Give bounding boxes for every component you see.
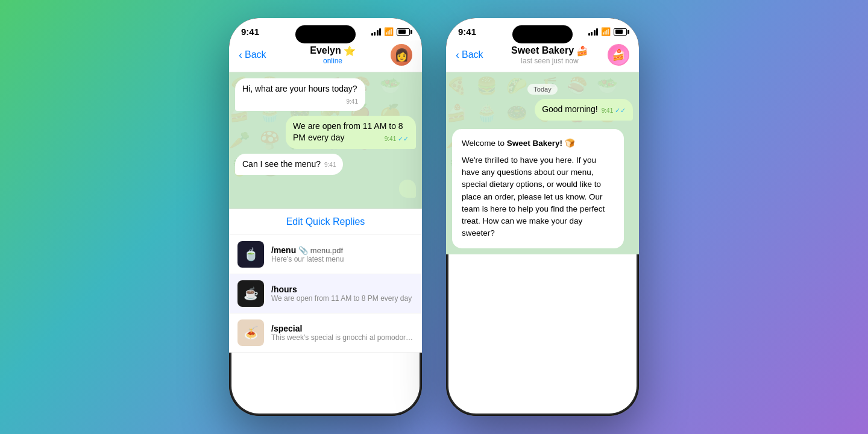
message-row: Hi, what are your hours today? 9:41 [235, 78, 416, 111]
bubble-sent-1: We are open from 11 AM to 8 PM every day… [286, 116, 416, 149]
qr-thumb-special: 🍝 [237, 319, 264, 346]
bubble-sent-2: Good morning! 9:41 ✓✓ [535, 99, 633, 121]
nav-subtitle-1: online [323, 57, 342, 65]
phone-1: 9:41 📶 ‹ Back [229, 18, 422, 416]
status-icons-1: 📶 [371, 27, 410, 36]
welcome-bubble: Welcome to Sweet Bakery! 🍞 We're thrille… [452, 129, 624, 248]
back-label-2: Back [462, 49, 483, 60]
avatar-1: 👩 [391, 44, 412, 66]
signal-icon-2 [588, 28, 599, 36]
msg-time-2: 9:41 ✓✓ [602, 106, 626, 115]
qr-command-menu: /menu 📎 menu.pdf [271, 245, 414, 255]
battery-icon-2 [614, 28, 627, 36]
message-row-sent-2: Good morning! 9:41 ✓✓ [452, 99, 633, 121]
phone-2: 9:41 📶 ‹ Back [446, 18, 639, 416]
dynamic-island-2 [512, 25, 573, 43]
bubble-received-2: Can I see the menu? 9:41 [235, 154, 343, 175]
edit-quick-replies-button[interactable]: Edit Quick Replies [229, 209, 422, 235]
battery-icon-1 [397, 28, 410, 36]
nav-center-2: Sweet Bakery 🍰 last seen just now [492, 45, 608, 65]
message-row: We are open from 11 AM to 8 PM every day… [235, 116, 416, 149]
back-button-2[interactable]: ‹ Back [456, 49, 492, 61]
nav-title-1: Evelyn ⭐ [310, 45, 356, 57]
message-row: Can I see the menu? 9:41 [235, 154, 416, 175]
date-badge: Today [452, 83, 633, 94]
welcome-body: We're thrilled to have you here. If you … [462, 154, 614, 240]
chat-area-2: Today Good morning! 9:41 ✓✓ Welcome to S… [446, 72, 639, 254]
qr-thumb-hours: ☕ [237, 280, 264, 307]
bubble-partial [399, 180, 416, 198]
chat-area-1: Hi, what are your hours today? 9:41 We a… [229, 72, 422, 353]
qr-desc-special: This week's special is gnocchi al pomodo… [271, 333, 414, 342]
quick-reply-item-menu[interactable]: 🍵 /menu 📎 menu.pdf Here's our latest men… [229, 235, 422, 274]
msg-time: 9:41 [347, 98, 358, 106]
qr-desc-menu: Here's our latest menu [271, 255, 414, 263]
message-row [235, 180, 416, 198]
qr-command-special: /special [271, 324, 414, 333]
main-container: 9:41 📶 ‹ Back [0, 0, 868, 434]
chat-messages-1: Hi, what are your hours today? 9:41 We a… [229, 72, 422, 209]
qr-attachment: 📎 menu.pdf [298, 246, 343, 255]
back-label-1: Back [245, 49, 266, 60]
nav-bar-1: ‹ Back Evelyn ⭐ online 👩 [229, 40, 422, 72]
time-2: 9:41 [458, 27, 476, 37]
msg-time: 9:41 ✓✓ [385, 134, 409, 143]
wifi-icon-1: 📶 [384, 27, 394, 36]
nav-center-1: Evelyn ⭐ online [275, 45, 391, 65]
time-1: 9:41 [241, 27, 259, 37]
signal-icon-1 [371, 28, 382, 36]
msg-text: Good morning! [542, 104, 598, 114]
nav-title-2: Sweet Bakery 🍰 [511, 45, 588, 57]
msg-text: Can I see the menu? [242, 159, 321, 169]
wifi-icon-2: 📶 [601, 27, 611, 36]
quick-reply-item-special[interactable]: 🍝 /special This week's special is gnocch… [229, 313, 422, 353]
quick-reply-item-hours[interactable]: ☕ /hours We are open from 11 AM to 8 PM … [229, 274, 422, 313]
welcome-business-name: Sweet Bakery! [507, 139, 562, 148]
avatar-2: 🍰 [608, 44, 629, 66]
qr-text-special: /special This week's special is gnocchi … [271, 324, 414, 342]
bubble-received-1: Hi, what are your hours today? 9:41 [235, 78, 365, 111]
msg-time: 9:41 [324, 161, 336, 169]
welcome-first-line: Welcome to Sweet Bakery! 🍞 [462, 137, 614, 149]
qr-desc-hours: We are open from 11 AM to 8 PM every day [271, 294, 414, 303]
qr-text-hours: /hours We are open from 11 AM to 8 PM ev… [271, 285, 414, 303]
status-icons-2: 📶 [588, 27, 627, 36]
nav-bar-2: ‹ Back Sweet Bakery 🍰 last seen just now… [446, 40, 639, 72]
chevron-icon-1: ‹ [239, 49, 242, 61]
qr-text-menu: /menu 📎 menu.pdf Here's our latest menu [271, 245, 414, 263]
qr-thumb-menu: 🍵 [237, 241, 264, 268]
chevron-icon-2: ‹ [456, 49, 459, 61]
back-button-1[interactable]: ‹ Back [239, 49, 275, 61]
quick-replies-panel: Edit Quick Replies 🍵 /menu 📎 menu.pdf He… [229, 209, 422, 353]
dynamic-island-1 [295, 25, 356, 43]
qr-command-hours: /hours [271, 285, 414, 294]
nav-subtitle-2: last seen just now [521, 57, 578, 65]
msg-text: Hi, what are your hours today? [242, 84, 357, 93]
